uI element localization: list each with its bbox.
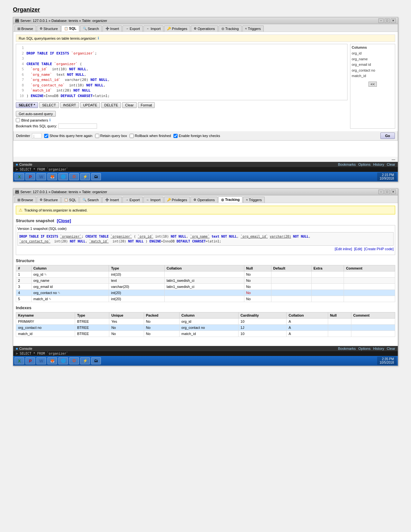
edit-pencil-org-contact[interactable]: ✎	[58, 291, 60, 295]
taskbar-app-files-1[interactable]: 🗂	[91, 173, 101, 180]
taskbar-app-firefox-2[interactable]: 🦊	[47, 357, 57, 364]
edit-pencil-match-id[interactable]: ✎	[49, 297, 51, 301]
edit-link[interactable]: [Edit]	[354, 247, 362, 251]
select-star-btn[interactable]: SELECT *	[16, 102, 38, 108]
struct-collation-3: latin1_swedish_ci	[164, 284, 244, 290]
options-link-2[interactable]: Options	[358, 347, 371, 350]
column-item-org-email[interactable]: org_email id	[352, 62, 394, 68]
taskbar-app-opera-2[interactable]: O	[69, 357, 79, 364]
tab-browse-2[interactable]: ▤ Browse	[15, 197, 36, 203]
tab-sql-2[interactable]: 📋 SQL	[61, 197, 79, 203]
sql-code-area[interactable]: 1 2DROP TABLE IF EXISTS `organizer`; 3 4…	[16, 44, 347, 100]
select-btn[interactable]: SELECT	[39, 102, 59, 108]
struct-default-3	[271, 284, 311, 290]
tab-insert-2[interactable]: ➕ Insert	[102, 197, 122, 203]
taskbar-app-firefox-1[interactable]: 🦊	[47, 173, 57, 180]
titlebar-controls-1[interactable]: − □ ✕	[378, 18, 396, 23]
idx-collation-contact: A	[287, 325, 328, 331]
taskbar-app-excel-1[interactable]: X	[15, 173, 24, 180]
idx-unique-primary: Yes	[109, 319, 144, 325]
minimize-icon-1[interactable]: —	[392, 157, 395, 161]
bookmarks-link-1[interactable]: Bookmarks	[338, 163, 356, 166]
idx-header-comment: Comment	[351, 312, 395, 319]
collapse-columns-btn[interactable]: <<	[368, 82, 377, 87]
format-btn[interactable]: Format	[138, 102, 155, 108]
tab-triggers-1[interactable]: ≈ Triggers	[242, 25, 264, 32]
history-link-2[interactable]: History	[373, 347, 384, 350]
tab-privileges-2[interactable]: 🔑 Privileges	[164, 197, 190, 203]
tab-import-1[interactable]: ← Import	[143, 25, 163, 32]
show-query-checkbox[interactable]	[44, 134, 48, 138]
tab-triggers-2[interactable]: ≈ Triggers	[243, 197, 264, 203]
snapshot-close-link[interactable]: [Close]	[57, 218, 71, 223]
taskbar-app-excel-2[interactable]: X	[15, 357, 24, 364]
bookmark-input[interactable]	[58, 123, 97, 129]
history-link-1[interactable]: History	[373, 163, 384, 166]
foreign-keys-checkbox[interactable]	[173, 134, 178, 138]
column-item-org-contact[interactable]: org_contact no	[352, 68, 394, 74]
taskbar-app-ppt-1[interactable]: P	[25, 173, 35, 180]
rollback-checkbox[interactable]	[130, 134, 134, 138]
taskbar-app-opera-1[interactable]: O	[69, 173, 79, 180]
delete-btn[interactable]: DELETE	[101, 102, 121, 108]
struct-null-4: No	[244, 290, 271, 296]
edit-inline-link[interactable]: [Edit inline]	[335, 247, 352, 251]
foreign-keys-option[interactable]: Enable foreign key checks	[173, 134, 220, 138]
retain-query-checkbox[interactable]	[95, 134, 99, 138]
tab-browse-label-2: Browse	[21, 198, 33, 202]
create-php-link[interactable]: [Create PHP code]	[364, 247, 394, 251]
taskbar-app-word-2[interactable]: W	[36, 357, 46, 364]
close-btn-1[interactable]: ✕	[391, 18, 396, 23]
tab-tracking-1[interactable]: ◎ Tracking	[219, 25, 242, 32]
taskbar-app-chrome-1[interactable]: 🌐	[58, 173, 68, 180]
minimize-btn-1[interactable]: −	[378, 18, 384, 23]
taskbar-app-chrome-2[interactable]: 🌐	[58, 357, 68, 364]
column-item-match-id[interactable]: match_id	[352, 73, 394, 79]
minimize-btn-2[interactable]: −	[378, 190, 384, 194]
taskbar-app-ppt-2[interactable]: P	[25, 357, 35, 364]
tab-structure-1[interactable]: ⚙ Structure	[37, 25, 61, 32]
edit-pencil-org-id[interactable]: ✎	[44, 273, 47, 276]
blind-params-checkbox[interactable]	[16, 118, 20, 122]
clear-link-1[interactable]: Clear	[387, 163, 395, 166]
tab-import-2[interactable]: ← Import	[143, 197, 163, 203]
insert-btn[interactable]: INSERT	[60, 102, 79, 108]
tab-operations-1[interactable]: ⚙ Operations	[191, 25, 218, 32]
tab-structure-2[interactable]: ⚙ Structure	[37, 197, 61, 203]
taskbar-app-wamp-1[interactable]: ⚡	[80, 173, 90, 180]
auto-saved-btn[interactable]: Get auto-saved query	[16, 111, 56, 117]
struct-default-5	[271, 296, 311, 302]
taskbar-app-word-1[interactable]: W	[36, 173, 46, 180]
tab-tracking-2[interactable]: ◎ Tracking	[218, 196, 242, 203]
column-item-org-name[interactable]: org_name	[352, 56, 394, 62]
column-item-org-id[interactable]: org_id	[352, 51, 394, 56]
show-query-option[interactable]: Show this query here again	[44, 134, 92, 138]
close-btn-2[interactable]: ✕	[391, 190, 396, 194]
tab-sql-1[interactable]: 📋 SQL	[61, 25, 79, 32]
retain-query-option[interactable]: Retain query box	[95, 134, 127, 138]
tab-search-1[interactable]: 🔍 Search	[80, 25, 102, 32]
options-link-1[interactable]: Options	[358, 163, 371, 166]
maximize-btn-1[interactable]: □	[385, 18, 390, 23]
taskbar-left-1: X P W 🦊 🌐 O ⚡ 🗂	[15, 173, 101, 180]
tab-export-1[interactable]: → Export	[122, 25, 143, 32]
clear-btn[interactable]: Clear	[122, 102, 136, 108]
rollback-option[interactable]: Rollback when finished	[130, 134, 171, 138]
clear-link-2[interactable]: Clear	[387, 347, 395, 350]
taskbar-app-files-2[interactable]: 🗂	[91, 357, 101, 364]
wamp-icon-1: ⚡	[83, 174, 88, 179]
tab-insert-1[interactable]: ➕ Insert	[103, 25, 122, 32]
go-btn-1[interactable]: Go	[380, 133, 395, 139]
tab-export-2[interactable]: → Export	[122, 197, 143, 203]
maximize-btn-2[interactable]: □	[385, 190, 390, 194]
tab-browse-1[interactable]: ▤ Browse	[15, 25, 36, 32]
tab-privileges-1[interactable]: 🔑 Privileges	[164, 25, 190, 32]
tab-operations-2[interactable]: ⚙ Operations	[191, 197, 218, 203]
struct-default-2	[271, 278, 311, 284]
tab-search-2[interactable]: 🔍 Search	[80, 197, 102, 203]
delimiter-input[interactable]	[32, 133, 42, 138]
update-btn[interactable]: UPDATE	[80, 102, 100, 108]
taskbar-app-wamp-2[interactable]: ⚡	[80, 357, 90, 364]
bookmarks-link-2[interactable]: Bookmarks	[338, 347, 356, 350]
titlebar-controls-2[interactable]: − □ ✕	[378, 190, 396, 194]
